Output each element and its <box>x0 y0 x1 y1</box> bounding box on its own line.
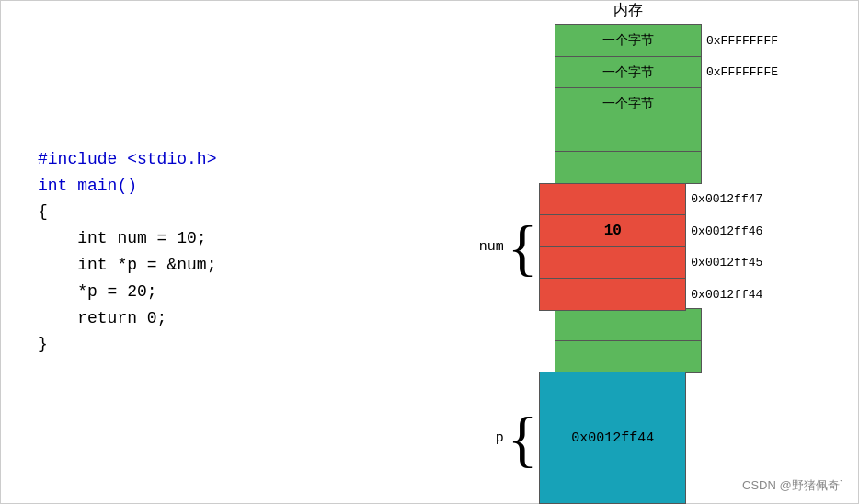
p-cell: 0x0012ff44 <box>539 372 686 504</box>
memory-cell-top-4 <box>555 120 702 153</box>
code-section: #include <stdio.h> int main() { int num … <box>38 146 387 358</box>
main-container: #include <stdio.h> int main() { int num … <box>0 0 859 504</box>
num-brace: { <box>506 216 540 279</box>
code-line-1: #include <stdio.h> <box>38 146 387 173</box>
num-addr-4: 0x0012ff44 <box>686 288 792 302</box>
memory-row-top-2: 一个字节 0xFFFFFFFE <box>449 56 807 89</box>
num-cell-2: 10 <box>539 214 686 247</box>
num-addr-3: 0x0012ff45 <box>686 256 792 269</box>
memory-row-top-4 <box>449 120 807 153</box>
num-cell-4 <box>539 278 686 311</box>
num-addr-2: 0x0012ff46 <box>686 224 792 238</box>
num-addr-1: 0x0012ff47 <box>686 192 792 206</box>
code-line-6: *p = 20; <box>38 279 387 305</box>
code-line-8: } <box>38 331 387 358</box>
memory-row-top-5 <box>449 151 807 184</box>
memory-row-top-1: 一个字节 0xFFFFFFFF <box>449 24 807 57</box>
watermark: CSDN @野猪佩奇` <box>742 477 843 494</box>
num-cell-1 <box>539 183 686 216</box>
memory-title: 内存 <box>613 1 643 20</box>
code-line-4: int num = 10; <box>38 225 387 252</box>
addr-top-1: 0xFFFFFFFF <box>702 34 807 48</box>
code-line-5: int *p = &num; <box>38 252 387 279</box>
memory-row-mid-2 <box>449 340 807 373</box>
p-brace: { <box>506 407 540 470</box>
memory-cell-top-1: 一个字节 <box>555 24 702 57</box>
memory-row-mid-1 <box>449 308 807 341</box>
memory-cell-top-2: 一个字节 <box>555 56 702 89</box>
memory-section: 内存 一个字节 0xFFFFFFFF 一个字节 0xFFFFFFFE 一个字节 <box>435 1 821 503</box>
addr-top-2: 0xFFFFFFFE <box>702 65 807 79</box>
memory-cell-top-3: 一个字节 <box>555 87 702 120</box>
num-label: num <box>479 238 504 254</box>
memory-cell-top-5 <box>555 151 702 184</box>
code-line-3: { <box>38 199 387 225</box>
memory-cell-mid-2 <box>555 340 702 373</box>
memory-row-top-3: 一个字节 <box>449 87 807 120</box>
num-cell-3 <box>539 246 686 280</box>
code-line-2: int main() <box>38 173 387 200</box>
memory-cell-mid-1 <box>555 308 702 341</box>
p-label: p <box>496 430 504 446</box>
code-line-7: return 0; <box>38 305 387 332</box>
